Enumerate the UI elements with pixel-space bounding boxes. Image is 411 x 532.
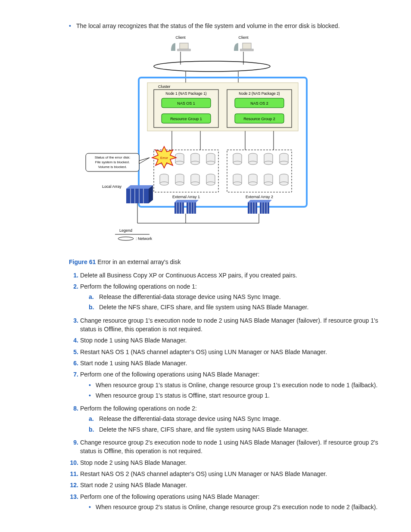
procedure-step: 12.Start node 2 using NAS Blade Manager.: [69, 481, 385, 489]
diagram-svg: Client Client Cluster Node 1 (NAS Packag…: [85, 34, 326, 253]
sub-bullet-item: •When resource group 2's status is Onlin…: [89, 503, 385, 511]
svg-marker-115: [126, 185, 153, 189]
step-number: 12.: [69, 481, 78, 489]
svg-point-70: [249, 161, 257, 165]
sub-step: a.Release the differential-data storage …: [89, 414, 385, 423]
sub-step-text: Release the differential-data storage de…: [99, 292, 281, 301]
svg-point-55: [191, 182, 199, 185]
step-body: Start node 2 using NAS Blade Manager.: [80, 481, 385, 489]
step-number: 6.: [69, 359, 78, 367]
procedure-step: 8.Perform the following operations on no…: [69, 404, 385, 436]
svg-text:Status of the error disk:: Status of the error disk:: [95, 156, 131, 159]
step-body: Change resource group 2's execution node…: [80, 438, 385, 456]
network-ellipse-icon: [154, 61, 270, 72]
sub-step-text: Delete the NFS share, CIFS share, and fi…: [99, 425, 308, 434]
procedure-list: 1.Delete all Business Copy XP or Continu…: [69, 271, 385, 513]
svg-point-143: [118, 237, 134, 240]
svg-point-95: [264, 182, 273, 185]
svg-text:External Array 1: External Array 1: [172, 195, 200, 199]
svg-text:Client: Client: [175, 35, 186, 40]
step-text: Perform one of the following operations …: [80, 492, 385, 501]
step-text: Perform the following operations on node…: [80, 282, 385, 291]
svg-text:NAS OS 1: NAS OS 1: [177, 101, 195, 106]
step-text: Change resource group 2's execution node…: [80, 438, 385, 456]
step-text: Perform one of the following operations …: [80, 370, 385, 379]
step-body: Perform one of the following operations …: [80, 370, 385, 401]
procedure-step: 2.Perform the following operations on no…: [69, 282, 385, 314]
page-footer: External Storage XP user guide 109: [26, 530, 385, 532]
sub-bullet-text: When resource group 1's status is Offlin…: [96, 391, 270, 400]
procedure-step: 6.Start node 1 using NAS Blade Manager.: [69, 359, 385, 367]
svg-point-40: [206, 161, 215, 165]
step-text: Delete all Business Copy XP or Continuou…: [80, 271, 385, 280]
step-body: Perform the following operations on node…: [80, 282, 385, 314]
sub-alpha-list: a.Release the differential-data storage …: [89, 414, 385, 434]
svg-text:Volume is blocked.: Volume is blocked.: [98, 165, 127, 169]
error-callout: Status of the error disk: File system is…: [86, 153, 149, 171]
svg-point-65: [233, 161, 242, 165]
svg-point-100: [280, 182, 288, 185]
step-body: Restart NAS OS 2 (NAS channel adapter's …: [80, 470, 385, 478]
svg-text:Node 1 (NAS Package 1): Node 1 (NAS Package 1): [165, 91, 207, 96]
svg-rect-2: [177, 49, 190, 51]
intro-text: The local array recognizes that the stat…: [76, 22, 340, 30]
step-number: 1.: [69, 271, 78, 280]
svg-point-75: [264, 161, 273, 165]
sub-alpha-list: a.Release the differential-data storage …: [89, 292, 385, 312]
svg-rect-1: [180, 43, 188, 49]
svg-text:Error: Error: [160, 156, 168, 160]
step-number: 11.: [69, 470, 78, 478]
step-text: Restart NAS OS 1 (NAS channel adapter's …: [80, 348, 385, 356]
step-body: Perform one of the following operations …: [80, 492, 385, 513]
procedure-step: 10.Stop node 2 using NAS Blade Manager.: [69, 458, 385, 467]
bullet-dot-icon: •: [89, 503, 96, 511]
step-text: Start node 1 using NAS Blade Manager.: [80, 359, 385, 367]
svg-text:NAS OS 2: NAS OS 2: [250, 101, 268, 106]
client-1-icon: Client: [171, 35, 190, 51]
svg-rect-5: [240, 49, 253, 51]
svg-point-30: [175, 161, 184, 165]
figure-label: Figure 61: [69, 258, 96, 265]
svg-point-45: [160, 182, 168, 185]
figure-title: Error in an external array's disk: [97, 258, 181, 265]
svg-text:Resource Group 2: Resource Group 2: [243, 117, 275, 121]
svg-point-50: [175, 182, 184, 185]
svg-text:Client: Client: [238, 35, 249, 40]
step-number: 2.: [69, 282, 78, 314]
sub-step-letter: a.: [89, 292, 97, 301]
procedure-step: 9.Change resource group 2's execution no…: [69, 438, 385, 456]
intro-bullet: • The local array recognizes that the st…: [69, 22, 385, 30]
svg-text:Cluster: Cluster: [158, 84, 171, 89]
client-2-icon: Client: [234, 35, 253, 51]
svg-marker-121: [174, 200, 199, 202]
architecture-diagram: Client Client Cluster Node 1 (NAS Packag…: [85, 34, 326, 253]
step-body: Start node 1 using NAS Blade Manager.: [80, 359, 385, 367]
step-body: Restart NAS OS 1 (NAS channel adapter's …: [80, 348, 385, 356]
step-text: Stop node 2 using NAS Blade Manager.: [80, 458, 385, 467]
bullet-dot-icon: •: [69, 22, 71, 30]
svg-text:Legend: Legend: [119, 228, 132, 233]
svg-point-85: [233, 182, 242, 185]
svg-marker-130: [248, 200, 272, 202]
procedure-step: 4.Stop node 1 using NAS Blade Manager.: [69, 336, 385, 345]
step-text: Start node 2 using NAS Blade Manager.: [80, 481, 385, 489]
svg-rect-4: [243, 43, 251, 49]
svg-point-60: [206, 182, 215, 185]
bullet-dot-icon: •: [89, 391, 96, 400]
step-body: Stop node 1 using NAS Blade Manager.: [80, 336, 385, 345]
procedure-step: 13.Perform one of the following operatio…: [69, 492, 385, 513]
step-body: Change resource group 1's execution node…: [80, 316, 385, 334]
step-text: Perform the following operations on node…: [80, 404, 385, 413]
sub-step-text: Delete the NFS share, CIFS share, and fi…: [99, 303, 308, 311]
step-number: 13.: [69, 492, 78, 513]
step-number: 5.: [69, 348, 78, 356]
step-number: 9.: [69, 438, 78, 456]
svg-text:: Network: : Network: [136, 236, 153, 241]
step-number: 3.: [69, 316, 78, 334]
disks-icon: [160, 153, 288, 185]
step-number: 7.: [69, 370, 78, 401]
sub-step-text: Release the differential-data storage de…: [99, 414, 281, 423]
step-number: 10.: [69, 458, 78, 467]
svg-rect-110: [126, 189, 149, 203]
svg-marker-105: [139, 158, 149, 164]
